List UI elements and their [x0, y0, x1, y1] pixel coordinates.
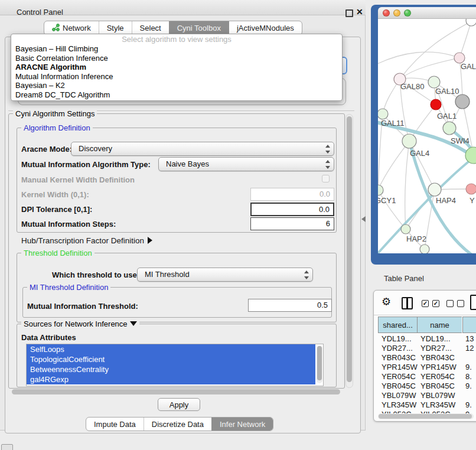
- which-threshold-select[interactable]: MI Threshold: [137, 268, 313, 282]
- algorithm-option-bayesian-hill-climbing[interactable]: Bayesian – Hill Climbing: [11, 44, 342, 54]
- table-cell-shared-name[interactable]: YDR27...: [382, 344, 413, 353]
- network-edge[interactable]: [378, 52, 459, 65]
- tab-style[interactable]: Style: [99, 21, 132, 35]
- desktop: Control Panel ✕ NetworkStyleSelectCyni T…: [0, 0, 476, 450]
- column-header-shared-name[interactable]: shared...: [378, 317, 417, 333]
- table-cell-name[interactable]: YBR043C: [420, 353, 455, 362]
- column-header-partial[interactable]: [462, 317, 476, 333]
- table-cell-value[interactable]: 12: [465, 344, 474, 353]
- mi-threshold-field[interactable]: 0.5: [248, 299, 332, 312]
- algorithm-option-basic-correlation-inference[interactable]: Basic Correlation Inference: [11, 54, 342, 63]
- table-cell-shared-name[interactable]: YBR043C: [382, 353, 416, 362]
- settings-gear-icon[interactable]: ⚙: [382, 296, 391, 307]
- algorithm-option-mutual-information-inference[interactable]: Mutual Information Inference: [11, 72, 342, 81]
- tab-discretize-data[interactable]: Discretize Data: [144, 418, 211, 431]
- checked-checkbox-icon[interactable]: ✓: [422, 300, 429, 307]
- table-cell-name[interactable]: YBR045C: [420, 381, 455, 390]
- table-cell-name[interactable]: YER054C: [420, 372, 455, 381]
- tab-label: Style: [107, 24, 124, 32]
- table-cell-shared-name[interactable]: YER054C: [382, 372, 416, 381]
- table-cell-name[interactable]: YPR145W: [420, 363, 457, 371]
- new-table-page-icon[interactable]: [470, 295, 476, 310]
- checked-checkbox-icon[interactable]: ✓: [432, 300, 439, 307]
- table-cell-value[interactable]: 8.: [465, 372, 472, 381]
- table-horizontal-scrollbar[interactable]: [378, 413, 474, 419]
- tab-select[interactable]: Select: [132, 21, 169, 35]
- sources-toggle[interactable]: Sources for Network Inference: [21, 319, 139, 328]
- attribute-item-topologicalcoefficient[interactable]: TopologicalCoefficient: [27, 354, 315, 364]
- node-GAL10[interactable]: [428, 76, 440, 88]
- settings-horizontal-scrollbar[interactable]: [11, 389, 343, 396]
- dpi-tolerance-field[interactable]: 0.0: [250, 203, 334, 216]
- network-canvas[interactable]: GALGAL80GAL10GAL1GAL11SWI4GAL4GCY1HAP4YH…: [378, 19, 476, 253]
- minimize-traffic-light-icon[interactable]: [393, 9, 400, 17]
- mi-steps-field[interactable]: 6: [250, 217, 334, 230]
- attribute-item-betweennesscentrality[interactable]: BetweennessCentrality: [27, 364, 315, 374]
- scrollbar-thumb[interactable]: [347, 116, 352, 382]
- tab-network[interactable]: Network: [44, 21, 99, 35]
- scrollbar-thumb[interactable]: [317, 346, 322, 380]
- close-traffic-light-icon[interactable]: [383, 9, 390, 17]
- column-layout-icon[interactable]: [402, 297, 413, 309]
- node-top-partial[interactable]: [466, 19, 476, 26]
- table-cell-name[interactable]: YBL079W: [420, 391, 455, 400]
- algorithm-option-dream8-dc-tdc-algorithm[interactable]: Dream8 DC_TDC Algorithm: [11, 90, 342, 100]
- data-attributes-list[interactable]: SelfLoopsTopologicalCoefficientBetweenne…: [26, 344, 324, 386]
- network-edge[interactable]: [378, 141, 409, 190]
- close-icon[interactable]: ✕: [356, 7, 363, 17]
- attribute-item-selfloops[interactable]: SelfLoops: [27, 344, 315, 354]
- node-red[interactable]: [431, 99, 441, 110]
- table-cell-shared-name[interactable]: YDL19...: [382, 334, 412, 343]
- mi-algorithm-type-select[interactable]: Naive Bayes: [158, 157, 334, 171]
- attribute-item-gal4rgexp[interactable]: gal4RGexp: [27, 374, 315, 384]
- algorithm-option-bayesian-k2[interactable]: Bayesian – K2: [11, 81, 342, 90]
- settings-vertical-scrollbar[interactable]: [345, 114, 353, 388]
- zoom-traffic-light-icon[interactable]: [404, 9, 411, 17]
- tab-impute-data[interactable]: Impute Data: [86, 418, 144, 431]
- node-gray[interactable]: [455, 94, 470, 109]
- network-edge[interactable]: [405, 141, 409, 229]
- unchecked-checkbox-icon[interactable]: [446, 300, 454, 307]
- scrollbar-thumb[interactable]: [12, 389, 340, 394]
- table-cell-value[interactable]: 9.: [465, 400, 472, 409]
- node-HAP2[interactable]: [401, 224, 410, 234]
- mi-threshold-label: Mutual Information Threshold:: [27, 302, 138, 311]
- manual-kernel-width-checkbox[interactable]: [322, 175, 330, 182]
- node-SWI4[interactable]: [465, 147, 476, 164]
- table-cell-value[interactable]: 13: [465, 334, 474, 343]
- tab-infer-network[interactable]: Infer Network: [211, 418, 273, 431]
- unchecked-checkbox-icon[interactable]: [457, 300, 464, 307]
- apply-button[interactable]: Apply: [158, 398, 200, 411]
- node-GAL11[interactable]: [378, 109, 388, 119]
- table-cell-shared-name[interactable]: YPR145W: [382, 363, 418, 371]
- table-cell-value[interactable]: 9.: [465, 363, 472, 371]
- combo-arrows-icon: [325, 159, 330, 169]
- node-HAP4[interactable]: [428, 183, 441, 196]
- network-window-titlebar[interactable]: [378, 7, 476, 19]
- list-scrollbar[interactable]: [317, 345, 322, 383]
- table-cell-shared-name[interactable]: YLR345W: [382, 400, 416, 409]
- algorithm-option-aracne-algorithm[interactable]: ARACNE Algorithm: [11, 63, 342, 72]
- tab-cyni-toolbox[interactable]: Cyni Toolbox: [169, 21, 229, 35]
- column-header-name[interactable]: name: [417, 317, 462, 333]
- table-cell-shared-name[interactable]: YBL079W: [382, 391, 416, 400]
- node-GAL1[interactable]: [443, 122, 456, 135]
- panel-divider-collapse-icon[interactable]: [361, 216, 366, 222]
- tab-jactivemnodules[interactable]: jActiveMNodules: [229, 21, 302, 35]
- table-cell-name[interactable]: YDR27...: [420, 344, 452, 353]
- table-cell-name[interactable]: YDL19...: [420, 334, 451, 343]
- aracne-mode-select[interactable]: Discovery: [71, 142, 334, 156]
- node-bottom-partial[interactable]: [420, 244, 429, 253]
- kernel-width-field[interactable]: 0.0: [250, 188, 334, 201]
- collapsed-panel-icon[interactable]: [1, 444, 13, 450]
- float-window-icon[interactable]: [345, 9, 353, 17]
- node-GCY1[interactable]: [378, 185, 383, 195]
- table-cell-shared-name[interactable]: YBR045C: [382, 381, 416, 390]
- node-GAL4[interactable]: [402, 134, 416, 148]
- node-pink-Y[interactable]: [466, 184, 476, 194]
- hub-tf-definition-toggle[interactable]: Hub/Transcription Factor Definition: [21, 236, 152, 245]
- table-cell-name[interactable]: YLR345W: [420, 400, 455, 409]
- scrollbar-thumb[interactable]: [379, 414, 472, 419]
- dpi-tolerance-label: DPI Tolerance [0,1]:: [21, 205, 92, 214]
- table-cell-value[interactable]: 9.: [465, 381, 472, 390]
